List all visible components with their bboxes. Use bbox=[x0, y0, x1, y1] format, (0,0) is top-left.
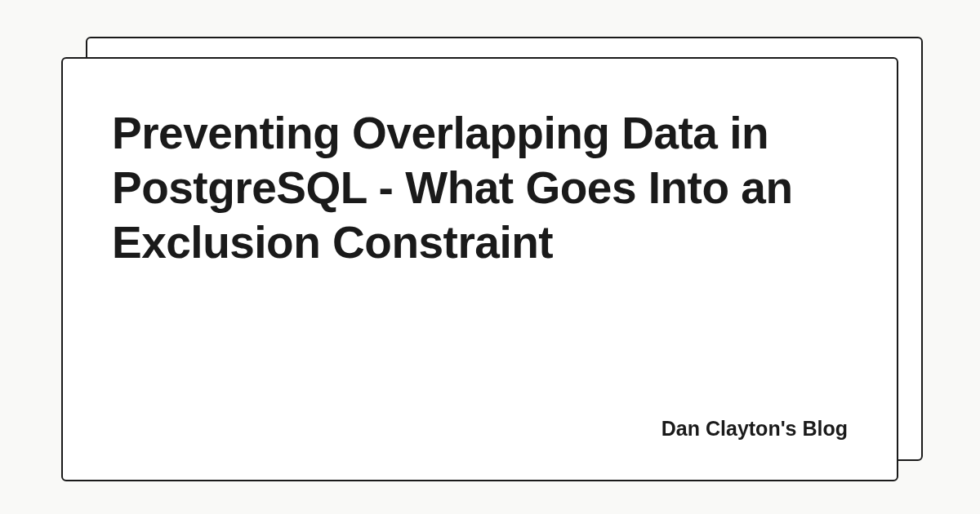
blog-name: Dan Clayton's Blog bbox=[662, 417, 848, 441]
post-title: Preventing Overlapping Data in PostgreSQ… bbox=[112, 106, 848, 270]
content-card: Preventing Overlapping Data in PostgreSQ… bbox=[61, 57, 898, 481]
